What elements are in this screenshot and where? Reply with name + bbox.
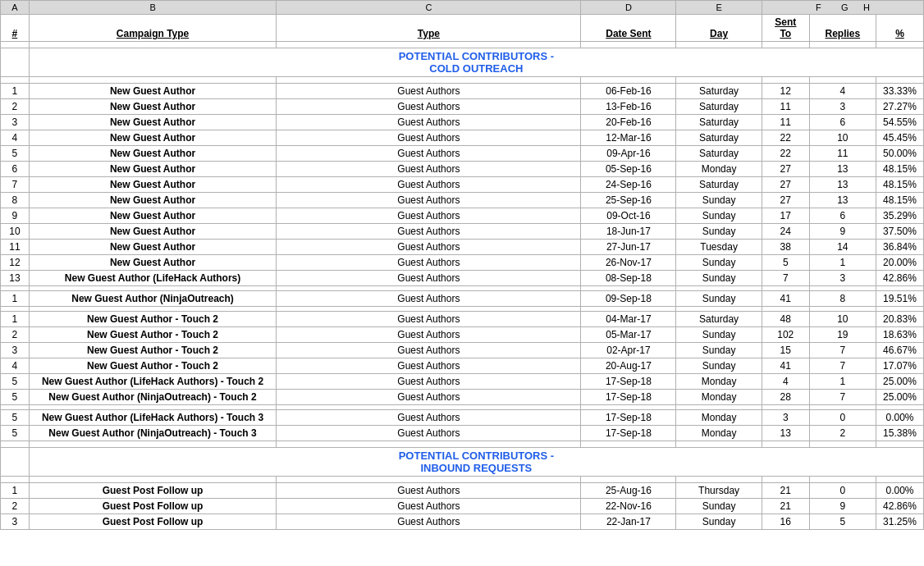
table-row: 1Guest Post Follow upGuest Authors25-Aug… bbox=[1, 483, 924, 499]
col-campaign-header: Campaign Type bbox=[29, 15, 277, 42]
table-row: 6New Guest AuthorGuest Authors05-Sep-16M… bbox=[1, 162, 924, 177]
table-row: 7New Guest AuthorGuest Authors24-Sep-16S… bbox=[1, 177, 924, 193]
col-letter-d: D bbox=[581, 1, 676, 15]
table-row: 4New Guest Author - Touch 2Guest Authors… bbox=[1, 358, 924, 374]
sent-label: Sent bbox=[766, 16, 806, 28]
empty-row bbox=[1, 477, 924, 483]
table-row: 3New Guest AuthorGuest Authors20-Feb-16S… bbox=[1, 115, 924, 130]
section-header-row: POTENTIAL CONTRIBUTORS -COLD OUTREACH bbox=[1, 48, 924, 77]
col-type-header: Type bbox=[277, 15, 581, 42]
column-header-row: # Campaign Type Type Date Sent Day Sent … bbox=[1, 15, 924, 42]
col-letter-c: C bbox=[277, 1, 581, 15]
table-row: 5New Guest Author (NinjaOutreach) - Touc… bbox=[1, 426, 924, 441]
spreadsheet-table: A B C D E F G H # Campaign Type Type Dat… bbox=[0, 0, 924, 530]
table-row: 2New Guest AuthorGuest Authors13-Feb-16S… bbox=[1, 99, 924, 115]
table-row: 5New Guest AuthorGuest Authors09-Apr-16S… bbox=[1, 146, 924, 162]
table-row: 12New Guest AuthorGuest Authors26-Nov-17… bbox=[1, 255, 924, 271]
empty-row bbox=[1, 42, 924, 48]
table-row: 5New Guest Author (LifeHack Authors) - T… bbox=[1, 410, 924, 426]
section-header-row: POTENTIAL CONTRIBUTORS -INBOUND REQUESTS bbox=[1, 448, 924, 477]
table-row: 11New Guest AuthorGuest Authors27-Jun-17… bbox=[1, 240, 924, 255]
table-row: 5New Guest Author (LifeHack Authors) - T… bbox=[1, 374, 924, 390]
empty-row bbox=[1, 77, 924, 84]
col-day-header: Day bbox=[676, 15, 762, 42]
col-letter-e: E bbox=[676, 1, 762, 15]
col-letter-b: B bbox=[29, 1, 277, 15]
table-row: 13New Guest Author (LifeHack Authors)Gue… bbox=[1, 271, 924, 286]
table-row: 8New Guest AuthorGuest Authors25-Sep-16S… bbox=[1, 193, 924, 208]
empty-row bbox=[1, 441, 924, 448]
column-letter-row: A B C D E F G H bbox=[1, 1, 924, 15]
col-letter-f: F G H bbox=[762, 1, 923, 15]
table-row: 3New Guest Author - Touch 2Guest Authors… bbox=[1, 343, 924, 358]
col-pct-header: % bbox=[876, 15, 923, 42]
table-row: 1New Guest Author - Touch 2Guest Authors… bbox=[1, 312, 924, 327]
col-num-header: # bbox=[1, 15, 30, 42]
table-row: 1New Guest Author (NinjaOutreach)Guest A… bbox=[1, 291, 924, 307]
table-row: 9New Guest AuthorGuest Authors09-Oct-16S… bbox=[1, 208, 924, 224]
table-row: 3Guest Post Follow upGuest Authors22-Jan… bbox=[1, 514, 924, 530]
col-replies-header: Replies bbox=[809, 15, 876, 42]
table-row: 5New Guest Author (NinjaOutreach) - Touc… bbox=[1, 390, 924, 405]
table-row: 2New Guest Author - Touch 2Guest Authors… bbox=[1, 327, 924, 343]
to-label: To bbox=[766, 28, 806, 39]
table-row: 2Guest Post Follow upGuest Authors22-Nov… bbox=[1, 499, 924, 514]
col-date-header: Date Sent bbox=[581, 15, 676, 42]
table-row: 4New Guest AuthorGuest Authors12-Mar-16S… bbox=[1, 130, 924, 146]
table-row: 10New Guest AuthorGuest Authors18-Jun-17… bbox=[1, 224, 924, 240]
table-row: 1New Guest AuthorGuest Authors06-Feb-16S… bbox=[1, 84, 924, 99]
col-sent-to-header: Sent To bbox=[762, 15, 809, 42]
col-letter-a: A bbox=[1, 1, 30, 15]
